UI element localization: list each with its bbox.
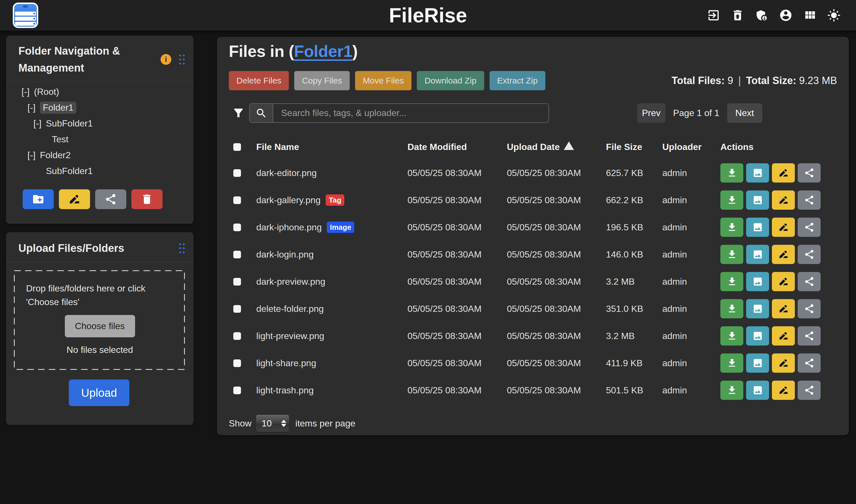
preview-image-button[interactable] [746,354,769,373]
restore-from-trash-icon[interactable] [731,8,745,22]
row-checkbox[interactable] [233,332,241,340]
drag-handle-icon[interactable] [179,244,185,253]
download-file-button[interactable] [720,218,743,237]
file-name[interactable]: dark-preview.png [256,276,325,287]
share-file-button[interactable] [798,163,821,182]
create-folder-button[interactable] [23,189,54,209]
delete-files-button[interactable]: Delete Files [229,71,289,90]
rename-file-button[interactable] [772,381,795,400]
grid-view-icon[interactable] [803,8,817,22]
file-name[interactable]: dark-login.png [256,249,314,260]
download-file-button[interactable] [720,381,743,400]
choose-files-button[interactable]: Choose files [65,315,135,337]
column-upload-date[interactable]: Upload Date [507,142,606,152]
drag-handle-icon[interactable] [179,55,185,65]
share-file-button[interactable] [798,326,821,345]
folder-name[interactable]: (Root) [34,87,59,97]
file-name-cell: light-preview.png [256,331,407,341]
row-checkbox[interactable] [233,196,241,204]
folder-name[interactable]: SubFolder1 [46,166,92,176]
rename-file-button[interactable] [772,191,795,210]
info-icon[interactable]: i [160,54,171,65]
exit-to-app-icon[interactable] [707,8,720,22]
share-file-button[interactable] [798,354,821,373]
copy-files-button[interactable]: Copy Files [294,71,350,90]
share-file-button[interactable] [798,218,821,237]
file-name[interactable]: dark-iphone.png [256,222,322,233]
rename-file-button[interactable] [772,354,795,373]
rename-file-button[interactable] [772,299,795,318]
folder-name[interactable]: Folder1 [40,102,76,114]
file-name[interactable]: delete-folder.png [256,304,324,314]
current-folder-link[interactable]: Folder1 [294,42,352,60]
download-file-button[interactable] [720,191,743,210]
preview-image-button[interactable] [746,272,769,291]
file-name[interactable]: dark-editor.png [256,168,317,178]
move-files-button[interactable]: Move Files [355,71,412,90]
row-checkbox[interactable] [233,169,241,177]
file-tag-badge: Image [327,221,354,233]
download-file-button[interactable] [720,354,743,373]
share-file-button[interactable] [798,245,821,264]
preview-image-button[interactable] [746,326,769,345]
light-mode-icon[interactable] [827,8,841,22]
row-checkbox[interactable] [233,251,241,258]
rename-file-button[interactable] [772,245,795,264]
collapse-toggle[interactable]: [-] [28,103,40,113]
prev-page-button[interactable]: Prev [637,103,665,123]
download-file-button[interactable] [720,163,743,182]
preview-image-button[interactable] [746,245,769,264]
column-file-name[interactable]: File Name [256,142,407,152]
rename-file-button[interactable] [772,326,795,345]
download-file-button[interactable] [720,245,743,264]
rename-folder-button[interactable] [59,189,90,209]
download-zip-button[interactable]: Download Zip [417,71,484,90]
folder-name[interactable]: Folder2 [40,150,71,160]
download-file-button[interactable] [720,326,743,345]
preview-image-button[interactable] [746,381,769,400]
column-date-modified[interactable]: Date Modified [407,142,507,152]
account-circle-icon[interactable] [779,8,792,22]
select-all-checkbox[interactable] [233,143,241,151]
upload-button[interactable]: Upload [69,379,129,406]
row-checkbox[interactable] [233,305,241,313]
file-name[interactable]: light-share.png [256,358,316,368]
download-file-button[interactable] [720,272,743,291]
download-file-button[interactable] [720,299,743,318]
upload-card-title: Upload Files/Folders [18,240,124,257]
delete-folder-button[interactable] [132,189,162,209]
search-input[interactable] [273,104,548,122]
share-file-button[interactable] [798,272,821,291]
file-name[interactable]: light-preview.png [256,331,324,341]
extract-zip-button[interactable]: Extract Zip [490,71,545,90]
share-file-button[interactable] [798,381,821,400]
column-file-size[interactable]: File Size [606,142,662,152]
share-file-button[interactable] [798,299,821,318]
file-name[interactable]: dark-gallery.png [256,195,320,205]
preview-image-button[interactable] [746,191,769,210]
row-checkbox[interactable] [233,223,241,231]
collapse-toggle[interactable]: [-] [28,150,40,160]
preview-image-button[interactable] [746,163,769,182]
filter-icon[interactable] [232,106,245,120]
folder-name[interactable]: Test [52,134,69,145]
share-file-button[interactable] [798,191,821,210]
preview-image-button[interactable] [746,299,769,318]
rename-file-button[interactable] [772,272,795,291]
file-name[interactable]: light-trash.png [256,385,314,396]
folder-name[interactable]: SubFolder1 [46,118,92,129]
rename-file-button[interactable] [772,218,795,237]
collapse-toggle[interactable]: [-] [21,87,34,97]
row-checkbox[interactable] [233,359,241,367]
dropzone[interactable]: Drop files/folders here or click 'Choose… [14,270,185,370]
rename-file-button[interactable] [772,163,795,182]
row-checkbox[interactable] [233,278,241,286]
row-checkbox[interactable] [233,386,241,394]
items-per-page-select[interactable]: 10 [256,415,290,432]
preview-image-button[interactable] [746,218,769,237]
column-uploader[interactable]: Uploader [662,142,720,152]
admin-panel-settings-icon[interactable] [755,8,769,22]
next-page-button[interactable]: Next [727,103,762,123]
share-folder-button[interactable] [95,189,126,209]
collapse-toggle[interactable]: [-] [33,118,46,129]
